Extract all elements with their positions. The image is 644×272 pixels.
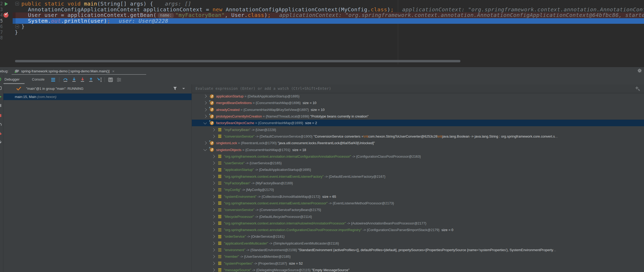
variable-row[interactable]: fsingletonObjects = {ConcurrentHashMap@1… — [192, 146, 644, 153]
add-watch-icon[interactable] — [635, 86, 640, 91]
chevron-right-icon[interactable] — [212, 222, 215, 225]
trace-settings-icon[interactable] — [116, 77, 122, 82]
layout-settings-icon[interactable] — [51, 77, 56, 82]
fold-marker-icon[interactable]: − — [15, 2, 19, 6]
chevron-right-icon[interactable] — [212, 135, 215, 138]
run-config-name[interactable]: spring-framework:spring-demo [:spring-de… — [21, 69, 109, 73]
close-icon[interactable]: × — [112, 69, 115, 73]
restart-frame-icon[interactable] — [0, 122, 2, 127]
chevron-down-icon[interactable] — [203, 121, 207, 124]
resume-icon[interactable] — [0, 95, 2, 99]
chevron-right-icon[interactable] — [212, 248, 215, 252]
variable-row[interactable]: "myConfig" -> {MyConfig@2170} — [192, 186, 644, 193]
code-line[interactable]: public static void main(String[] args) {… — [15, 1, 644, 7]
variable-text: {Properties@2187} — [258, 261, 287, 265]
variable-row[interactable]: "userService" -> {UserService@2165} — [192, 160, 644, 166]
variable-row[interactable]: "myFactoryBean" -> {User@2228} — [192, 126, 644, 133]
variable-row[interactable]: fsingletonLock = {ReentrantLock@1700} "j… — [192, 140, 644, 146]
variable-text: singletonObjects — [216, 148, 241, 152]
gear-icon[interactable] — [637, 68, 642, 74]
chevron-right-icon[interactable] — [212, 195, 215, 198]
variable-row[interactable]: fprototypesCurrentlyInCreation = {NamedT… — [192, 113, 644, 120]
variable-row[interactable]: fapplicationStartup = {DefaultApplicatio… — [192, 93, 644, 100]
debugger-left-toolbar[interactable] — [0, 75, 3, 272]
chevron-right-icon[interactable] — [212, 228, 215, 232]
variable-text: "conversionService" — [224, 134, 254, 138]
code-line[interactable]: } — [15, 24, 644, 30]
chevron-right-icon[interactable] — [203, 95, 207, 98]
chevron-right-icon[interactable] — [203, 141, 207, 145]
variable-row[interactable]: "environment" -> {StandardEnvironment@21… — [192, 247, 644, 253]
variable-row[interactable]: falreadyCreated = {ConcurrentHashMap$Key… — [192, 106, 644, 113]
chevron-right-icon[interactable] — [212, 201, 215, 205]
code-line[interactable] — [15, 35, 644, 41]
chevron-right-icon[interactable] — [212, 175, 215, 178]
chevron-right-icon[interactable] — [212, 181, 215, 185]
mute-breakpoints-icon[interactable] — [0, 140, 2, 144]
chevron-right-icon[interactable] — [212, 168, 215, 172]
chevron-right-icon[interactable] — [212, 235, 215, 238]
variable-row[interactable]: "conversionService" -> {ConversionServic… — [192, 207, 644, 213]
chevron-right-icon[interactable] — [212, 255, 215, 258]
variable-text: -> — [250, 181, 255, 185]
fold-marker-icon[interactable]: − — [15, 25, 19, 28]
run-to-cursor-icon[interactable] — [97, 77, 102, 82]
variable-row[interactable]: "org.springframework.context.event.inter… — [192, 173, 644, 180]
stop-icon[interactable] — [0, 113, 2, 118]
horizontal-scrollbar[interactable] — [15, 60, 460, 62]
variable-text: "myFactoryBean" — [224, 128, 250, 132]
variable-row[interactable]: "myFactoryBean" -> {MyFactoryBean@2169} — [192, 180, 644, 186]
variable-row[interactable]: "org.springframework.context.annotation.… — [192, 153, 644, 160]
variable-row[interactable]: ffactoryBeanObjectCache = {ConcurrentHas… — [192, 120, 644, 126]
code-line[interactable]: AnnotationConfigApplicationContext appli… — [15, 7, 644, 13]
modify-run-icon[interactable] — [0, 86, 2, 90]
chevron-right-icon[interactable] — [212, 262, 215, 265]
chevron-right-icon[interactable] — [212, 242, 215, 245]
tab-debugger[interactable]: Debugger — [4, 75, 20, 84]
code-line[interactable]: User user = applicationContext.getBean(n… — [15, 12, 644, 18]
variable-row[interactable]: "systemEnvironment" -> {Collections$Unmo… — [192, 193, 644, 200]
variable-row[interactable]: "messageSource" -> {DelegatingMessageSou… — [192, 267, 644, 272]
filter-funnel-icon[interactable] — [173, 87, 177, 91]
step-into-icon[interactable] — [71, 77, 77, 82]
dropdown-caret-icon[interactable] — [182, 88, 185, 89]
chevron-right-icon[interactable] — [212, 128, 215, 132]
evaluate-expression-bar[interactable]: Evaluate expression (Enter) or add a wat… — [192, 84, 644, 93]
variable-row[interactable]: "conversionService" -> {DefaultConversio… — [192, 133, 644, 140]
chevron-right-icon[interactable] — [203, 115, 207, 118]
chevron-right-icon[interactable] — [203, 108, 207, 111]
variable-row[interactable]: "applicationStartup" -> {DefaultApplicat… — [192, 166, 644, 173]
step-out-icon[interactable] — [88, 77, 94, 82]
variable-row[interactable]: "orderService" -> {OrderService@2181} — [192, 233, 644, 240]
step-over-icon[interactable] — [63, 77, 68, 82]
variable-row[interactable]: "systemProperties" -> {Properties@2187} … — [192, 260, 644, 267]
code-editor[interactable]: public static void main(String[] args) {… — [0, 0, 644, 67]
variable-row[interactable]: "applicationEventMulticaster" -> {Simple… — [192, 240, 644, 247]
pause-icon[interactable] — [0, 103, 2, 108]
variable-row[interactable]: fmergedBeanDefinitions = {ConcurrentHash… — [192, 100, 644, 106]
code-line[interactable]: System.out.println(user);user: User@2228 — [15, 18, 644, 24]
chevron-right-icon[interactable] — [212, 215, 215, 218]
chevron-right-icon[interactable] — [212, 161, 215, 165]
stack-frame-row[interactable]: main:15, Main (com.hexon) — [3, 93, 192, 100]
variable-row[interactable]: "org.springframework.context.event.inter… — [192, 200, 644, 207]
rerun-icon[interactable] — [0, 77, 2, 82]
chevron-right-icon[interactable] — [203, 101, 207, 105]
view-breakpoints-icon[interactable] — [0, 131, 2, 135]
evaluate-expression-icon[interactable] — [108, 77, 113, 82]
force-step-into-icon[interactable] — [80, 77, 85, 82]
chevron-down-icon[interactable] — [203, 148, 207, 151]
variable-row[interactable]: "lifecycleProcessor" -> {DefaultLifecycl… — [192, 213, 644, 220]
chevron-right-icon[interactable] — [212, 268, 215, 272]
variable-row[interactable]: "org.springframework.context.annotation.… — [192, 227, 644, 233]
chevron-right-icon[interactable] — [212, 208, 215, 212]
variable-row[interactable]: "org.springframework.context.annotation.… — [192, 220, 644, 227]
tab-console[interactable]: Console — [32, 75, 45, 84]
chevron-right-icon[interactable] — [212, 155, 215, 158]
variable-row[interactable]: "member" -> {UserService$Member@2185} — [192, 253, 644, 260]
chevron-right-icon[interactable] — [212, 188, 215, 191]
code-line[interactable]: } — [15, 30, 644, 35]
run-arrow-icon[interactable] — [5, 2, 8, 6]
thread-status-row[interactable]: "main"@1 in group "main": RUNNING — [3, 84, 192, 93]
breakpoint-verified-icon[interactable] — [3, 13, 8, 18]
